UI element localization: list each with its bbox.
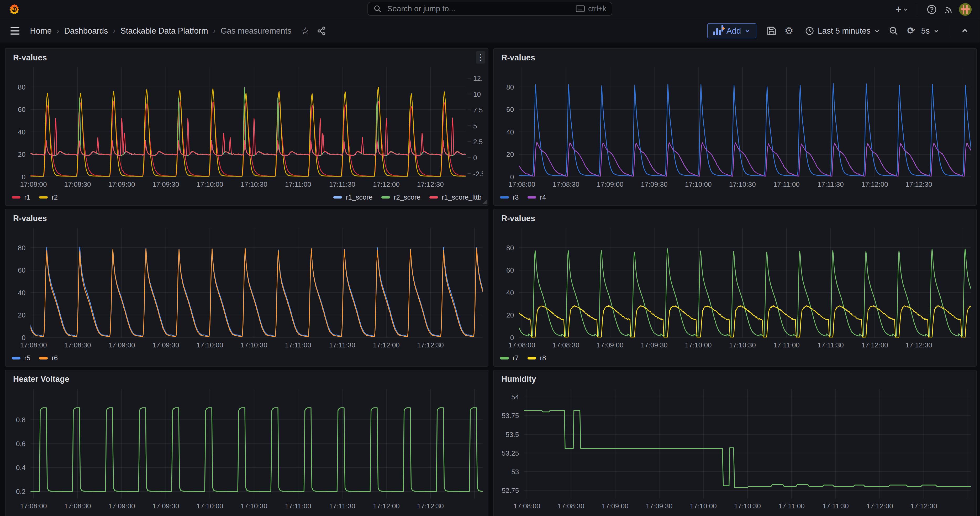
save-dashboard-button[interactable] [764,23,779,38]
legend-item-humidity[interactable]: humidity [500,515,538,516]
time-range-picker[interactable]: Last 5 minutes [802,23,884,39]
zoom-out-time-button[interactable] [886,23,901,38]
panel-title[interactable]: Heater Voltage [13,374,69,384]
svg-text:0: 0 [22,173,26,181]
legend-swatch [500,196,509,199]
grafana-logo-icon[interactable] [8,3,20,15]
svg-text:17:08:30: 17:08:30 [64,181,91,188]
time-series-chart[interactable]: 52.755353.2553.553.755417:08:0017:08:301… [494,370,971,511]
user-avatar[interactable] [959,3,972,16]
global-search[interactable]: ctrl+k [368,2,612,16]
plus-icon: + [896,4,902,15]
breadcrumb-dashboards[interactable]: Dashboards [64,26,108,36]
legend-item-r8[interactable]: r8 [528,354,546,362]
new-menu-button[interactable]: + [894,2,910,17]
svg-text:17:10:30: 17:10:30 [241,341,267,349]
mega-menu-button[interactable] [8,23,22,38]
time-series-chart[interactable]: 020406080-2.502.557.51012.517:08:0017:08… [5,49,483,189]
svg-text:0: 0 [473,154,477,162]
legend-item-r1[interactable]: r1 [12,193,30,201]
legend-label: r1_score_lttb [442,193,481,201]
svg-text:17:09:00: 17:09:00 [108,341,135,349]
panel-heater-voltage: Heater Voltage 0.20.40.60.817:08:0017:08… [5,370,488,516]
svg-text:20: 20 [506,150,514,158]
svg-text:10: 10 [473,90,481,98]
svg-text:17:09:30: 17:09:30 [641,181,667,188]
news-button[interactable] [942,2,957,17]
svg-text:17:11:00: 17:11:00 [285,502,311,510]
legend-label: r5 [24,354,30,362]
legend-label: r1 [24,193,30,201]
legend-item-r4[interactable]: r4 [528,193,546,201]
add-visualization-icon: + [713,27,723,35]
refresh-interval-picker[interactable]: 5s [921,23,943,39]
legend-item-heatervoltage[interactable]: heatervoltage [12,515,66,516]
svg-text:17:11:30: 17:11:30 [817,341,843,349]
top-nav: ctrl+k + [0,0,980,19]
refresh-button[interactable]: ⟳ [904,23,919,38]
legend: heatervoltage [12,515,482,516]
legend-label: r8 [540,354,546,362]
panel-title[interactable]: R-values [501,214,535,223]
svg-text:60: 60 [18,266,25,274]
svg-text:17:12:30: 17:12:30 [417,181,444,188]
svg-text:17:10:00: 17:10:00 [685,341,711,349]
legend-item-r3[interactable]: r3 [500,193,519,201]
legend-label: r7 [512,354,519,362]
svg-text:17:09:00: 17:09:00 [108,181,135,188]
share-button[interactable] [314,23,329,38]
svg-text:17:10:00: 17:10:00 [685,181,711,188]
svg-text:17:11:00: 17:11:00 [285,181,311,188]
legend-item-r6[interactable]: r6 [39,354,58,362]
svg-text:17:10:30: 17:10:30 [241,181,267,188]
panel-title[interactable]: Humidity [501,374,536,384]
panel-title[interactable]: R-values [13,214,47,223]
panel-r-values-3: R-values 02040608017:08:0017:08:3017:09:… [5,209,488,366]
svg-text:53.5: 53.5 [506,430,519,438]
panel-humidity: Humidity 52.755353.2553.553.755417:08:00… [493,370,977,516]
time-series-chart[interactable]: 0.20.40.60.817:08:0017:08:3017:09:0017:0… [5,370,483,511]
svg-text:17:11:30: 17:11:30 [329,341,355,349]
svg-text:17:09:00: 17:09:00 [597,341,623,349]
svg-text:0.2: 0.2 [16,487,25,495]
svg-text:17:11:30: 17:11:30 [822,502,849,510]
svg-text:0: 0 [510,334,514,342]
legend-item-r5[interactable]: r5 [12,354,30,362]
svg-text:0: 0 [510,173,514,181]
legend-swatch [39,357,48,360]
legend-item-r2[interactable]: r2 [39,193,58,201]
panel-title[interactable]: R-values [501,53,535,62]
svg-text:17:12:00: 17:12:00 [373,181,400,188]
search-input[interactable] [386,4,576,14]
time-series-chart[interactable]: 02040608017:08:0017:08:3017:09:0017:09:3… [494,49,971,189]
panel-resize-handle[interactable] [482,200,487,204]
breadcrumb-folder[interactable]: Stackable Data Platform [121,26,208,36]
legend-item-r2_score[interactable]: r2_score [381,193,421,201]
panel-title[interactable]: R-values [13,53,47,62]
svg-text:0: 0 [22,334,26,342]
legend-label: heatervoltage [24,515,66,516]
svg-text:5: 5 [473,122,477,130]
svg-text:17:10:00: 17:10:00 [690,502,716,510]
dashboard-settings-button[interactable]: ⚙ [781,23,797,38]
svg-text:2.5: 2.5 [473,138,483,146]
panel-menu-kebab-icon[interactable]: ⋮ [476,51,485,64]
legend: r5r6 [12,354,482,362]
collapse-toolbar-button[interactable] [957,23,972,38]
svg-text:7.5: 7.5 [473,106,483,114]
svg-text:20: 20 [18,150,25,158]
svg-text:17:11:00: 17:11:00 [778,502,804,510]
time-series-chart[interactable]: 02040608017:08:0017:08:3017:09:0017:09:3… [5,209,483,349]
svg-text:17:12:00: 17:12:00 [866,502,893,510]
nav-right-actions: + [894,2,972,17]
help-button[interactable] [924,2,939,17]
favorite-star-button[interactable]: ☆ [298,23,313,38]
svg-text:17:12:30: 17:12:30 [905,181,932,188]
time-series-chart[interactable]: 02040608017:08:0017:08:3017:09:0017:09:3… [494,209,971,349]
breadcrumb-home[interactable]: Home [30,26,52,36]
legend-item-r1_score[interactable]: r1_score [333,193,373,201]
add-panel-button[interactable]: + Add [707,23,757,38]
legend-item-r1_score_lttb[interactable]: r1_score_lttb [430,193,482,201]
legend-item-r7[interactable]: r7 [500,354,519,362]
svg-text:60: 60 [506,105,514,113]
